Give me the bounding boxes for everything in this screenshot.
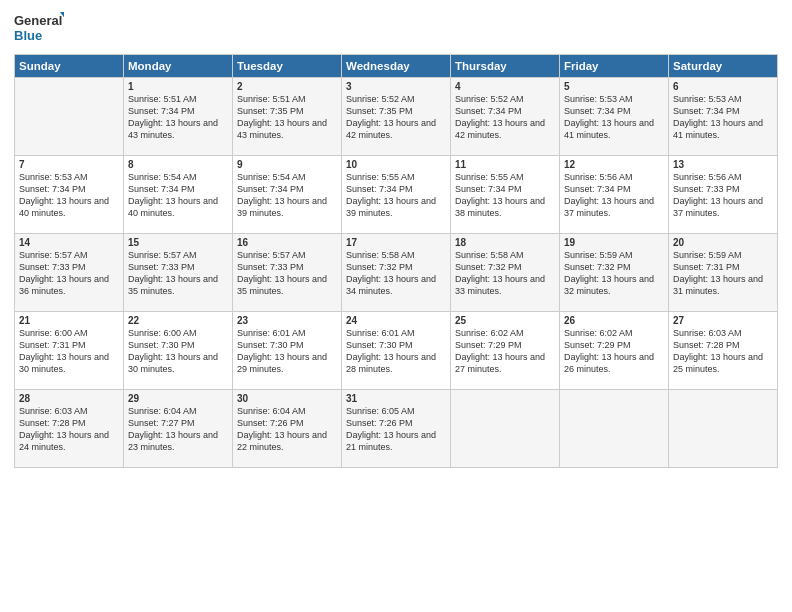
day-number: 9 — [237, 159, 337, 170]
cell-sun-info: Sunrise: 5:57 AM Sunset: 7:33 PM Dayligh… — [128, 249, 228, 298]
week-row-4: 21Sunrise: 6:00 AM Sunset: 7:31 PM Dayli… — [15, 312, 778, 390]
col-header-friday: Friday — [560, 55, 669, 78]
cell-3-7: 20Sunrise: 5:59 AM Sunset: 7:31 PM Dayli… — [669, 234, 778, 312]
cell-4-5: 25Sunrise: 6:02 AM Sunset: 7:29 PM Dayli… — [451, 312, 560, 390]
cell-2-5: 11Sunrise: 5:55 AM Sunset: 7:34 PM Dayli… — [451, 156, 560, 234]
day-number: 24 — [346, 315, 446, 326]
day-number: 14 — [19, 237, 119, 248]
cell-sun-info: Sunrise: 5:52 AM Sunset: 7:34 PM Dayligh… — [455, 93, 555, 142]
day-number: 16 — [237, 237, 337, 248]
cell-sun-info: Sunrise: 6:01 AM Sunset: 7:30 PM Dayligh… — [346, 327, 446, 376]
day-number: 15 — [128, 237, 228, 248]
cell-3-6: 19Sunrise: 5:59 AM Sunset: 7:32 PM Dayli… — [560, 234, 669, 312]
cell-3-2: 15Sunrise: 5:57 AM Sunset: 7:33 PM Dayli… — [124, 234, 233, 312]
cell-2-7: 13Sunrise: 5:56 AM Sunset: 7:33 PM Dayli… — [669, 156, 778, 234]
cell-4-3: 23Sunrise: 6:01 AM Sunset: 7:30 PM Dayli… — [233, 312, 342, 390]
cell-1-1 — [15, 78, 124, 156]
cell-4-2: 22Sunrise: 6:00 AM Sunset: 7:30 PM Dayli… — [124, 312, 233, 390]
cell-sun-info: Sunrise: 6:05 AM Sunset: 7:26 PM Dayligh… — [346, 405, 446, 454]
cell-sun-info: Sunrise: 5:57 AM Sunset: 7:33 PM Dayligh… — [237, 249, 337, 298]
day-number: 21 — [19, 315, 119, 326]
cell-5-6 — [560, 390, 669, 468]
logo-svg: General Blue — [14, 10, 64, 48]
cell-sun-info: Sunrise: 6:03 AM Sunset: 7:28 PM Dayligh… — [19, 405, 119, 454]
cell-sun-info: Sunrise: 5:56 AM Sunset: 7:33 PM Dayligh… — [673, 171, 773, 220]
day-number: 4 — [455, 81, 555, 92]
cell-2-1: 7Sunrise: 5:53 AM Sunset: 7:34 PM Daylig… — [15, 156, 124, 234]
cell-4-1: 21Sunrise: 6:00 AM Sunset: 7:31 PM Dayli… — [15, 312, 124, 390]
day-number: 28 — [19, 393, 119, 404]
header: General Blue — [14, 10, 778, 48]
day-number: 31 — [346, 393, 446, 404]
cell-sun-info: Sunrise: 5:59 AM Sunset: 7:32 PM Dayligh… — [564, 249, 664, 298]
cell-sun-info: Sunrise: 6:01 AM Sunset: 7:30 PM Dayligh… — [237, 327, 337, 376]
cell-sun-info: Sunrise: 5:51 AM Sunset: 7:34 PM Dayligh… — [128, 93, 228, 142]
cell-1-4: 3Sunrise: 5:52 AM Sunset: 7:35 PM Daylig… — [342, 78, 451, 156]
cell-5-1: 28Sunrise: 6:03 AM Sunset: 7:28 PM Dayli… — [15, 390, 124, 468]
day-number: 17 — [346, 237, 446, 248]
cell-sun-info: Sunrise: 6:00 AM Sunset: 7:30 PM Dayligh… — [128, 327, 228, 376]
cell-sun-info: Sunrise: 5:58 AM Sunset: 7:32 PM Dayligh… — [455, 249, 555, 298]
cell-4-7: 27Sunrise: 6:03 AM Sunset: 7:28 PM Dayli… — [669, 312, 778, 390]
cell-1-2: 1Sunrise: 5:51 AM Sunset: 7:34 PM Daylig… — [124, 78, 233, 156]
calendar-table: SundayMondayTuesdayWednesdayThursdayFrid… — [14, 54, 778, 468]
week-row-3: 14Sunrise: 5:57 AM Sunset: 7:33 PM Dayli… — [15, 234, 778, 312]
day-number: 10 — [346, 159, 446, 170]
week-row-1: 1Sunrise: 5:51 AM Sunset: 7:34 PM Daylig… — [15, 78, 778, 156]
cell-2-2: 8Sunrise: 5:54 AM Sunset: 7:34 PM Daylig… — [124, 156, 233, 234]
col-header-saturday: Saturday — [669, 55, 778, 78]
cell-sun-info: Sunrise: 6:02 AM Sunset: 7:29 PM Dayligh… — [564, 327, 664, 376]
day-number: 3 — [346, 81, 446, 92]
cell-sun-info: Sunrise: 5:54 AM Sunset: 7:34 PM Dayligh… — [128, 171, 228, 220]
cell-3-5: 18Sunrise: 5:58 AM Sunset: 7:32 PM Dayli… — [451, 234, 560, 312]
cell-4-6: 26Sunrise: 6:02 AM Sunset: 7:29 PM Dayli… — [560, 312, 669, 390]
cell-sun-info: Sunrise: 5:59 AM Sunset: 7:31 PM Dayligh… — [673, 249, 773, 298]
cell-1-7: 6Sunrise: 5:53 AM Sunset: 7:34 PM Daylig… — [669, 78, 778, 156]
day-number: 7 — [19, 159, 119, 170]
cell-5-5 — [451, 390, 560, 468]
cell-sun-info: Sunrise: 5:51 AM Sunset: 7:35 PM Dayligh… — [237, 93, 337, 142]
col-header-sunday: Sunday — [15, 55, 124, 78]
cell-sun-info: Sunrise: 5:55 AM Sunset: 7:34 PM Dayligh… — [455, 171, 555, 220]
cell-sun-info: Sunrise: 5:57 AM Sunset: 7:33 PM Dayligh… — [19, 249, 119, 298]
cell-4-4: 24Sunrise: 6:01 AM Sunset: 7:30 PM Dayli… — [342, 312, 451, 390]
day-number: 5 — [564, 81, 664, 92]
cell-5-2: 29Sunrise: 6:04 AM Sunset: 7:27 PM Dayli… — [124, 390, 233, 468]
day-number: 22 — [128, 315, 228, 326]
cell-1-3: 2Sunrise: 5:51 AM Sunset: 7:35 PM Daylig… — [233, 78, 342, 156]
day-number: 23 — [237, 315, 337, 326]
cell-sun-info: Sunrise: 6:03 AM Sunset: 7:28 PM Dayligh… — [673, 327, 773, 376]
day-number: 1 — [128, 81, 228, 92]
col-header-wednesday: Wednesday — [342, 55, 451, 78]
header-row: SundayMondayTuesdayWednesdayThursdayFrid… — [15, 55, 778, 78]
day-number: 6 — [673, 81, 773, 92]
cell-sun-info: Sunrise: 5:52 AM Sunset: 7:35 PM Dayligh… — [346, 93, 446, 142]
week-row-5: 28Sunrise: 6:03 AM Sunset: 7:28 PM Dayli… — [15, 390, 778, 468]
cell-3-4: 17Sunrise: 5:58 AM Sunset: 7:32 PM Dayli… — [342, 234, 451, 312]
cell-sun-info: Sunrise: 6:00 AM Sunset: 7:31 PM Dayligh… — [19, 327, 119, 376]
cell-sun-info: Sunrise: 5:53 AM Sunset: 7:34 PM Dayligh… — [564, 93, 664, 142]
svg-text:Blue: Blue — [14, 28, 42, 43]
cell-sun-info: Sunrise: 5:53 AM Sunset: 7:34 PM Dayligh… — [19, 171, 119, 220]
cell-2-6: 12Sunrise: 5:56 AM Sunset: 7:34 PM Dayli… — [560, 156, 669, 234]
cell-5-3: 30Sunrise: 6:04 AM Sunset: 7:26 PM Dayli… — [233, 390, 342, 468]
cell-sun-info: Sunrise: 5:55 AM Sunset: 7:34 PM Dayligh… — [346, 171, 446, 220]
col-header-tuesday: Tuesday — [233, 55, 342, 78]
day-number: 18 — [455, 237, 555, 248]
week-row-2: 7Sunrise: 5:53 AM Sunset: 7:34 PM Daylig… — [15, 156, 778, 234]
cell-3-3: 16Sunrise: 5:57 AM Sunset: 7:33 PM Dayli… — [233, 234, 342, 312]
day-number: 27 — [673, 315, 773, 326]
day-number: 12 — [564, 159, 664, 170]
cell-1-6: 5Sunrise: 5:53 AM Sunset: 7:34 PM Daylig… — [560, 78, 669, 156]
cell-1-5: 4Sunrise: 5:52 AM Sunset: 7:34 PM Daylig… — [451, 78, 560, 156]
cell-5-7 — [669, 390, 778, 468]
cell-sun-info: Sunrise: 6:02 AM Sunset: 7:29 PM Dayligh… — [455, 327, 555, 376]
day-number: 2 — [237, 81, 337, 92]
cell-5-4: 31Sunrise: 6:05 AM Sunset: 7:26 PM Dayli… — [342, 390, 451, 468]
day-number: 8 — [128, 159, 228, 170]
cell-2-3: 9Sunrise: 5:54 AM Sunset: 7:34 PM Daylig… — [233, 156, 342, 234]
svg-text:General: General — [14, 13, 62, 28]
cell-sun-info: Sunrise: 5:53 AM Sunset: 7:34 PM Dayligh… — [673, 93, 773, 142]
cell-3-1: 14Sunrise: 5:57 AM Sunset: 7:33 PM Dayli… — [15, 234, 124, 312]
cell-2-4: 10Sunrise: 5:55 AM Sunset: 7:34 PM Dayli… — [342, 156, 451, 234]
